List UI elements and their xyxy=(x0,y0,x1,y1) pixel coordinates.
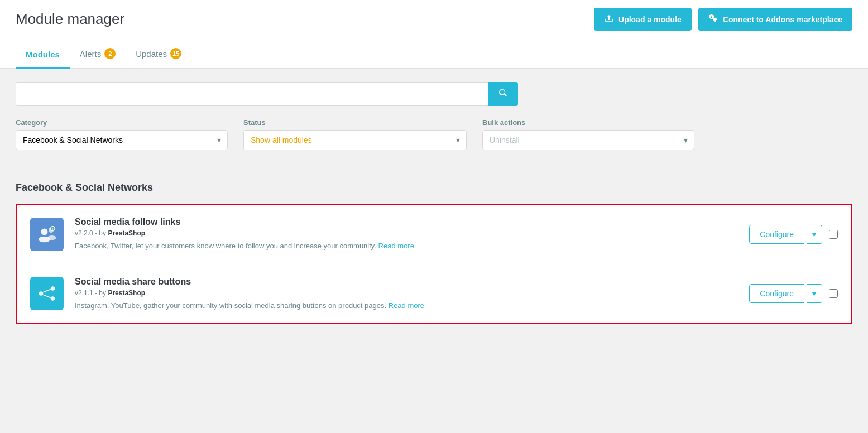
module-checkbox[interactable] xyxy=(829,230,838,239)
module-icon-follow: + xyxy=(30,218,64,251)
tab-alerts-label: Alerts xyxy=(80,49,101,59)
module-actions-follow: Configure ▾ xyxy=(749,225,838,244)
search-button[interactable] xyxy=(488,82,518,106)
module-info-follow: Social media follow links v2.2.0 - by Pr… xyxy=(75,217,738,252)
status-label: Status xyxy=(243,118,467,127)
upload-module-button[interactable]: Upload a module xyxy=(594,8,692,31)
category-filter-group: Category Facebook & Social Networks ▾ xyxy=(16,118,228,150)
table-row: + Social media follow links v2.2.0 - by … xyxy=(17,205,851,264)
chevron-down-icon: ▾ xyxy=(812,289,816,298)
search-input[interactable] xyxy=(16,82,488,106)
chevron-down-icon: ▾ xyxy=(812,230,816,239)
tab-updates-label: Updates xyxy=(136,49,167,59)
tabs-bar: Modules Alerts 2 Updates 15 xyxy=(0,39,868,69)
svg-text:+: + xyxy=(51,227,54,230)
content-divider xyxy=(16,166,852,166)
upload-module-label: Upload a module xyxy=(618,15,682,24)
search-icon xyxy=(498,89,508,100)
svg-line-9 xyxy=(43,290,51,292)
category-label: Category xyxy=(16,118,228,127)
search-row xyxy=(16,82,518,106)
header-actions: Upload a module Connect to Addons market… xyxy=(594,8,852,31)
connect-addons-label: Connect to Addons marketplace xyxy=(723,15,842,24)
tab-modules[interactable]: Modules xyxy=(16,41,70,69)
svg-point-7 xyxy=(51,287,55,291)
status-select[interactable]: Show all modules xyxy=(243,130,467,150)
module-info-share: Social media share buttons v2.1.1 - by P… xyxy=(75,277,738,311)
tab-modules-label: Modules xyxy=(26,50,60,59)
bulk-actions-select[interactable]: Uninstall xyxy=(482,130,694,150)
modules-list: + Social media follow links v2.2.0 - by … xyxy=(16,204,852,324)
module-meta: v2.2.0 - by PrestaShop xyxy=(75,229,738,237)
configure-button[interactable]: Configure xyxy=(749,284,804,303)
read-more-link[interactable]: Read more xyxy=(378,242,414,250)
filters-row: Category Facebook & Social Networks ▾ St… xyxy=(16,118,852,150)
module-icon-share xyxy=(30,277,64,310)
configure-dropdown-button[interactable]: ▾ xyxy=(807,225,822,244)
table-row: Social media share buttons v2.1.1 - by P… xyxy=(17,264,851,324)
module-description: Facebook, Twitter, let your customers kn… xyxy=(75,240,738,252)
svg-line-10 xyxy=(43,295,51,298)
connect-addons-button[interactable]: Connect to Addons marketplace xyxy=(698,8,852,31)
upload-icon xyxy=(604,13,614,25)
configure-dropdown-button[interactable]: ▾ xyxy=(807,284,822,303)
bulk-actions-group: Bulk actions Uninstall ▾ xyxy=(482,118,694,150)
module-name: Social media share buttons xyxy=(75,277,738,287)
svg-point-3 xyxy=(48,235,56,240)
svg-point-8 xyxy=(51,297,55,301)
module-meta: v2.1.1 - by PrestaShop xyxy=(75,289,738,297)
tab-updates[interactable]: Updates 15 xyxy=(126,39,191,69)
updates-badge: 15 xyxy=(170,48,181,59)
configure-button[interactable]: Configure xyxy=(749,225,804,244)
module-name: Social media follow links xyxy=(75,217,738,227)
bulk-actions-label: Bulk actions xyxy=(482,118,694,127)
key-icon xyxy=(708,13,718,25)
status-filter-group: Status Show all modules ▾ xyxy=(243,118,467,150)
category-heading: Facebook & Social Networks xyxy=(16,182,852,194)
category-select[interactable]: Facebook & Social Networks xyxy=(16,130,228,150)
alerts-badge: 2 xyxy=(104,48,116,59)
module-actions-share: Configure ▾ xyxy=(749,284,838,303)
module-description: Instagram, YouTube, gather your communit… xyxy=(75,300,738,311)
page-title: Module manager xyxy=(16,11,124,28)
read-more-link[interactable]: Read more xyxy=(389,301,424,310)
svg-point-6 xyxy=(39,292,44,296)
svg-point-0 xyxy=(41,228,48,235)
module-checkbox[interactable] xyxy=(829,289,838,298)
tab-alerts[interactable]: Alerts 2 xyxy=(70,39,126,69)
